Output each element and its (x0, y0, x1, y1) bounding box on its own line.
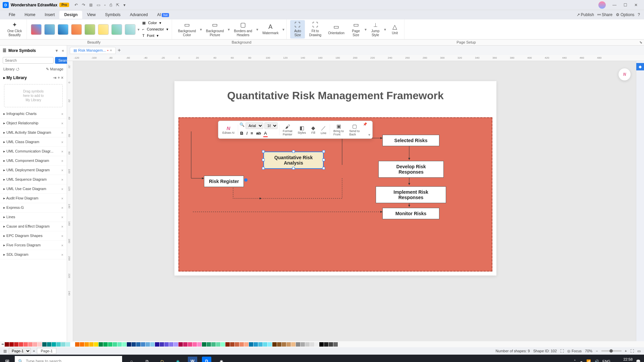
remove-lib-icon[interactable]: × (61, 178, 63, 182)
add-tab-button[interactable]: + (118, 47, 121, 53)
theme-swatch-2[interactable] (44, 24, 55, 35)
menu-home[interactable]: Home (20, 11, 40, 19)
library-item[interactable]: ▸ EPC Diagram Shapes× (0, 231, 67, 241)
chrome-icon[interactable]: ◉ (214, 355, 229, 362)
add-lib-icon[interactable]: + (58, 75, 60, 80)
font-color-button[interactable]: A (263, 130, 268, 137)
library-item[interactable]: ▸ Audit Flow Diagram× (0, 194, 67, 203)
add-page-button[interactable]: + (33, 349, 35, 353)
tab-close-icon[interactable]: × (110, 48, 112, 52)
palette-swatch[interactable] (70, 342, 75, 347)
palette-swatch[interactable] (127, 342, 131, 347)
help-icon[interactable]: ? (638, 12, 640, 17)
palette-swatch[interactable] (315, 342, 319, 347)
library-item[interactable]: ▸ Five Forces Diagram× (0, 241, 67, 250)
palette-swatch[interactable] (103, 342, 108, 347)
palette-swatch[interactable] (174, 342, 178, 347)
manage-button[interactable]: ✎ Manage (46, 67, 63, 71)
canvas-page[interactable]: Quantitative Risk Management Framework Q… (174, 81, 496, 276)
page-size-button[interactable]: ▭Page Size (348, 20, 363, 39)
remove-lib-icon[interactable]: × (61, 215, 63, 219)
library-item[interactable]: ▸ Object Relationship× (0, 119, 67, 128)
redo-icon[interactable]: ↷ (82, 3, 85, 7)
line-button[interactable]: ／Line (319, 124, 328, 135)
library-item[interactable]: ▸ SDL Diagram× (0, 250, 67, 259)
palette-swatch[interactable] (80, 342, 84, 347)
palette-swatch[interactable] (42, 342, 47, 347)
page-size-dropdown[interactable]: ▾ (365, 27, 367, 32)
palette-swatch[interactable] (319, 342, 324, 347)
palette-swatch[interactable] (9, 342, 14, 347)
palette-swatch[interactable] (305, 342, 310, 347)
palette-swatch[interactable] (85, 342, 89, 347)
color-dropdown[interactable]: ▦ Color ▾ (141, 20, 169, 26)
open-icon[interactable]: ▭ (97, 3, 100, 7)
menu-symbols[interactable]: Symbols (100, 11, 125, 19)
cortana-icon[interactable]: ○ (124, 355, 139, 362)
minimize-button[interactable]: — (609, 3, 620, 7)
menu-file[interactable]: File (4, 11, 20, 19)
palette-swatch[interactable] (38, 342, 42, 347)
palette-swatch[interactable] (94, 342, 98, 347)
menu-ai[interactable]: AIhot (153, 11, 174, 19)
edge-icon[interactable]: ◉ (170, 355, 185, 362)
remove-lib-icon[interactable]: × (61, 196, 63, 200)
node-implement-responses[interactable]: Implement Risk Responses (376, 186, 446, 203)
document-tab[interactable]: ▤ Risk Managem... • × (70, 47, 116, 54)
font-size-select[interactable]: 18 (264, 122, 278, 129)
palette-swatch[interactable] (221, 342, 225, 347)
palette-swatch[interactable] (183, 342, 187, 347)
palette-swatch[interactable] (164, 342, 169, 347)
undo-icon[interactable]: ↶ (74, 3, 78, 7)
options-button[interactable]: ⚙ Options (616, 12, 634, 17)
library-item[interactable]: ▸ Lines× (0, 213, 67, 222)
fill-button[interactable]: ◆Fill (309, 124, 317, 135)
orientation-button[interactable]: ▭Orientation (325, 22, 347, 37)
library-label[interactable]: Library ⭯ (3, 67, 19, 71)
menu-insert[interactable]: Insert (40, 11, 59, 19)
bg-color-button[interactable]: ▭Background Color (175, 20, 199, 39)
bg-picture-button[interactable]: ▭Background Picture (203, 20, 226, 39)
palette-swatch[interactable] (225, 342, 230, 347)
page-list-icon[interactable]: ▥ (3, 349, 7, 353)
zoom-slider[interactable] (601, 350, 622, 352)
jump-style-dropdown[interactable]: ▾ (384, 27, 386, 32)
wifi-icon[interactable]: 📶 (586, 359, 591, 362)
search-icon[interactable]: 🔍 (239, 122, 245, 129)
palette-swatch[interactable] (291, 342, 296, 347)
palette-swatch[interactable] (146, 342, 150, 347)
library-item[interactable]: ▸ Cause and Effect Diagram× (0, 222, 67, 231)
taskbar-clock[interactable]: 22:58 12-10-2023 (614, 357, 633, 362)
theme-swatch-3[interactable] (58, 24, 68, 35)
node-develop-responses[interactable]: Develop Risk Responses (378, 161, 444, 178)
library-item[interactable]: ▸ UML Communication Diagr...× (0, 147, 67, 156)
remove-lib-icon[interactable]: × (61, 234, 63, 238)
explorer-icon[interactable]: 🗀 (155, 355, 170, 362)
palette-swatch[interactable] (301, 342, 305, 347)
send-back-button[interactable]: ▢Send to Back (347, 123, 362, 137)
palette-swatch[interactable] (211, 342, 216, 347)
palette-swatch[interactable] (258, 342, 263, 347)
remove-lib-icon[interactable]: × (61, 225, 63, 229)
word-icon[interactable]: W (188, 357, 197, 362)
print-icon[interactable]: ⎙ (110, 3, 112, 7)
page-setup-launcher-icon[interactable]: ⬊ (637, 40, 644, 45)
symbol-search-input[interactable] (3, 57, 54, 64)
palette-swatch[interactable] (178, 342, 183, 347)
borders-dropdown[interactable]: ▾ (256, 27, 258, 32)
right-rail-toggle-icon[interactable]: ◆ (636, 63, 644, 70)
palette-swatch[interactable] (28, 342, 33, 347)
task-view-icon[interactable]: ⧉ (140, 355, 154, 362)
borders-headers-button[interactable]: ▢Borders and Headers (231, 20, 255, 39)
palette-swatch[interactable] (310, 342, 314, 347)
menu-view[interactable]: View (82, 11, 100, 19)
palette-swatch[interactable] (75, 342, 79, 347)
my-library-label[interactable]: ▸ My Library (3, 75, 27, 80)
library-item[interactable]: ▸ UML Component Diagram× (0, 156, 67, 166)
library-item[interactable]: ▸ UML Activity State Diagram× (0, 128, 67, 137)
palette-swatch[interactable] (197, 342, 202, 347)
palette-swatch[interactable] (188, 342, 192, 347)
palette-swatch[interactable] (131, 342, 136, 347)
user-avatar[interactable] (598, 1, 606, 9)
italic-button[interactable]: I (246, 130, 248, 137)
